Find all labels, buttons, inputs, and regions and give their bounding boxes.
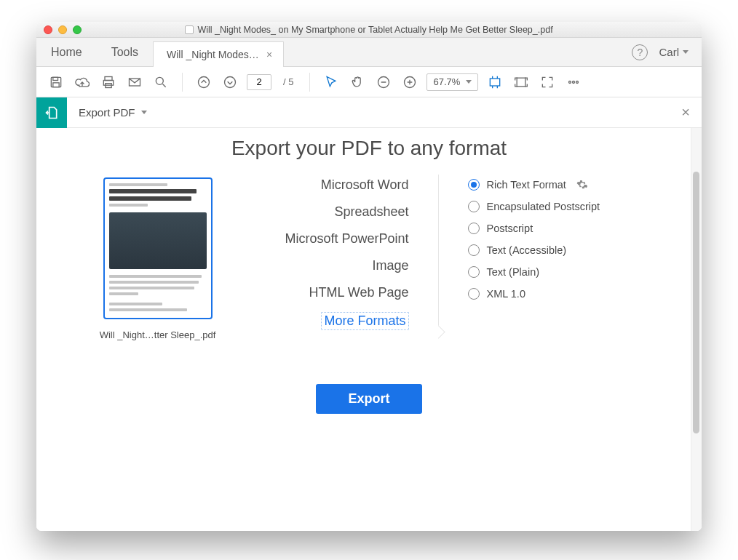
export-panel: Export your PDF to any format Wil [36,128,702,531]
document-filename: Will _Night…tter Sleep_.pdf [100,329,216,340]
nav-home[interactable]: Home [36,38,97,66]
caret-down-icon [141,111,147,114]
zoom-dropdown[interactable]: 67.7% [426,73,478,91]
window-minimize-button[interactable] [58,25,67,34]
svg-point-16 [576,81,579,83]
more-icon[interactable] [564,73,583,92]
window-maximize-button[interactable] [73,25,82,34]
cloud-upload-icon[interactable] [73,73,92,92]
fit-width-icon[interactable] [485,73,504,92]
window-close-button[interactable] [44,25,52,34]
fit-page-icon[interactable] [512,73,531,92]
export-button[interactable]: Export [316,384,421,414]
radio-icon[interactable] [468,288,480,300]
page-up-icon[interactable] [194,73,213,92]
format-option[interactable]: XML 1.0 [468,288,650,300]
format-category[interactable]: Spreadsheet [334,204,408,220]
format-category[interactable]: Microsoft Word [321,177,409,193]
radio-icon[interactable] [468,201,480,212]
svg-rect-2 [53,82,59,87]
nav-tools[interactable]: Tools [97,38,153,66]
format-option[interactable]: Text (Plain) [468,266,650,278]
format-option[interactable]: Encapsulated Postscript [468,201,650,212]
mail-icon[interactable] [125,73,144,92]
close-panel-button[interactable]: × [681,104,690,121]
format-category[interactable]: Image [372,258,408,273]
help-icon[interactable]: ? [632,44,648,60]
svg-point-8 [199,76,210,87]
caret-down-icon [683,50,689,54]
scrollbar-thumb[interactable] [693,172,699,433]
document-tab[interactable]: Will _Night Modes… × [153,41,284,67]
user-name: Carl [659,46,679,58]
format-option[interactable]: Postscript [468,223,650,234]
format-option[interactable]: Rich Text Format [468,179,650,191]
save-icon[interactable] [47,73,66,92]
format-options-list: Rich Text FormatEncapsulated PostscriptP… [468,177,650,340]
export-badge-icon [36,97,67,128]
format-option-label: XML 1.0 [487,288,525,300]
svg-rect-3 [105,76,112,80]
document-tab-label: Will _Night Modes… [167,49,259,60]
svg-point-7 [156,77,163,84]
document-preview: Will _Night…tter Sleep_.pdf [89,177,227,340]
export-heading: Export your PDF to any format [36,137,702,160]
close-tab-button[interactable]: × [266,49,272,60]
export-pdf-bar: Export PDF × [36,97,702,128]
radio-icon[interactable] [468,223,480,234]
svg-point-15 [573,81,575,83]
svg-rect-13 [517,78,526,87]
export-pdf-menu[interactable]: Export PDF [67,106,159,119]
page-down-icon[interactable] [221,73,239,92]
select-tool-icon[interactable] [322,73,341,92]
column-divider [438,175,439,336]
app-top-nav: Home Tools Will _Night Modes… × ? Carl [36,38,702,67]
fullscreen-icon[interactable] [538,73,557,92]
zoom-value: 67.7% [433,76,460,87]
caret-down-icon [466,80,472,84]
format-option[interactable]: Text (Accessible) [468,244,650,256]
format-category[interactable]: HTML Web Page [309,285,408,300]
search-icon[interactable] [151,73,170,92]
user-menu[interactable]: Carl [659,38,702,66]
page-total: / 5 [279,76,298,87]
window-titlebar: Will _Night Modes_ on My Smartphone or T… [36,22,702,38]
window-title: Will _Night Modes_ on My Smartphone or T… [197,25,552,35]
export-pdf-label: Export PDF [79,106,135,119]
hand-tool-icon[interactable] [348,73,367,92]
document-thumbnail[interactable] [103,177,213,319]
zoom-out-icon[interactable] [374,73,393,92]
document-icon [185,25,194,34]
format-option-label: Text (Plain) [487,266,540,278]
format-option-label: Rich Text Format [487,179,566,191]
format-option-label: Text (Accessible) [487,244,567,256]
page-number-input[interactable] [247,74,271,90]
zoom-in-icon[interactable] [400,73,419,92]
svg-point-9 [225,76,236,87]
scrollbar[interactable] [691,128,702,531]
print-icon[interactable] [99,73,118,92]
main-toolbar: / 5 67.7% [36,67,702,97]
format-category[interactable]: Microsoft PowerPoint [285,231,408,247]
svg-rect-1 [53,77,58,80]
radio-icon[interactable] [468,179,480,191]
format-option-label: Encapsulated Postscript [487,201,600,212]
format-option-label: Postscript [487,223,533,234]
format-category[interactable]: More Formats [321,312,408,330]
svg-point-14 [569,81,571,83]
radio-icon[interactable] [468,266,480,278]
format-category-list: Microsoft WordSpreadsheetMicrosoft Power… [256,177,409,340]
gear-icon[interactable] [576,179,588,191]
radio-icon[interactable] [468,244,480,256]
svg-rect-12 [491,79,500,86]
